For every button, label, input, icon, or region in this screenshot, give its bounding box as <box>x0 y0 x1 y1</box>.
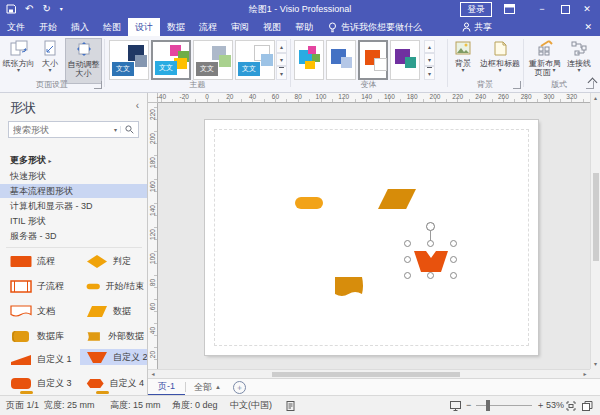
variant-scroll-down-icon[interactable]: ▾ <box>424 53 435 66</box>
more-shapes-item[interactable]: 更多形状 ▸ <box>0 153 148 167</box>
selected-custom-shape[interactable] <box>414 250 448 272</box>
gallery-scroll-up-icon[interactable]: ▴ <box>276 40 287 53</box>
theme-thumbnail-2-selected[interactable]: 文文 <box>151 40 191 80</box>
search-dropdown-icon[interactable]: ▾ <box>111 126 121 133</box>
minimize-button[interactable]: − <box>532 0 552 18</box>
scrollbar-thumb[interactable] <box>593 173 599 261</box>
add-page-button[interactable]: ＋ <box>233 381 246 394</box>
document-shape[interactable] <box>335 277 364 298</box>
stencil-basic-flowchart[interactable]: 基本流程图形状 <box>0 184 148 198</box>
dialog-launcher-icon[interactable] <box>94 81 102 89</box>
clipped-shape[interactable] <box>20 391 33 394</box>
shape-document[interactable]: 文档 <box>10 303 72 319</box>
shape-start-end[interactable]: 开始/结束 <box>86 278 144 294</box>
status-angle[interactable]: 角度: 0 deg <box>172 396 218 415</box>
tab-process[interactable]: 流程 <box>192 18 224 36</box>
shape-custom-1[interactable]: 自定义 1 <box>10 351 72 367</box>
status-width[interactable]: 宽度: 25 mm <box>44 396 95 415</box>
fit-page-button[interactable] <box>566 401 576 411</box>
rotation-handle[interactable] <box>426 222 435 231</box>
selection-handle[interactable] <box>450 240 457 247</box>
scroll-down-icon[interactable]: ▾ <box>591 359 600 369</box>
maximize-button[interactable] <box>561 5 570 14</box>
theme-thumbnail-3[interactable]: 文文 <box>193 40 233 80</box>
zoom-slider-thumb[interactable] <box>486 400 490 411</box>
status-height[interactable]: 高度: 15 mm <box>110 396 161 415</box>
selection-handle[interactable] <box>427 240 434 247</box>
switch-windows-button[interactable] <box>582 401 593 411</box>
drawing-surface[interactable] <box>158 103 590 369</box>
shape-custom-2-selected[interactable]: 自定义 2 <box>80 349 148 365</box>
search-icon[interactable] <box>121 125 138 134</box>
border-title-button[interactable]: 边框和标题 ▾ <box>478 38 522 84</box>
macro-icon[interactable] <box>286 401 295 411</box>
tell-me-box[interactable]: 告诉我你想要做什么 <box>320 18 430 36</box>
scroll-up-icon[interactable]: ▴ <box>591 93 600 103</box>
zoom-slider[interactable] <box>476 405 532 406</box>
variant-thumbnail-3-selected[interactable] <box>358 40 388 80</box>
gallery-more-icon[interactable]: ▾ <box>276 66 287 80</box>
shape-database[interactable]: 数据库 <box>10 328 72 344</box>
horizontal-scrollbar[interactable]: ◂ ▸ <box>148 369 590 378</box>
scroll-right-icon[interactable]: ▸ <box>580 370 590 378</box>
page[interactable] <box>205 120 538 355</box>
background-button[interactable]: 背景 ▾ <box>450 38 476 84</box>
stencil-computers-3d[interactable]: 计算机和显示器 - 3D <box>0 199 148 213</box>
presentation-mode-icon[interactable] <box>450 401 461 411</box>
vertical-scrollbar[interactable]: ▴ ▾ <box>590 93 600 369</box>
connectors-button[interactable]: 连接线 ▾ <box>566 38 592 84</box>
stencil-itil[interactable]: ITIL 形状 <box>0 214 148 228</box>
variant-scroll-up-icon[interactable]: ▴ <box>424 40 435 53</box>
shape-custom-4[interactable]: 自定义 4 <box>86 375 144 391</box>
relayout-page-button[interactable]: 重新布局 页面▾ <box>526 38 564 84</box>
tab-draw[interactable]: 绘图 <box>96 18 128 36</box>
ribbon-display-options-icon[interactable] <box>504 4 515 14</box>
selection-handle[interactable] <box>450 272 457 279</box>
size-button[interactable]: 大小 ▾ <box>37 38 63 84</box>
theme-thumbnail-1[interactable]: 文文 <box>109 40 149 80</box>
zoom-percent[interactable]: 53% <box>546 396 564 415</box>
tab-insert[interactable]: 插入 <box>64 18 96 36</box>
status-page-number[interactable]: 页面 1/1 <box>6 396 39 415</box>
shape-custom-3[interactable]: 自定义 3 <box>10 375 72 391</box>
stencil-quick-shapes[interactable]: 快速形状 <box>0 169 148 183</box>
scrollbar-thumb[interactable] <box>272 372 460 377</box>
shape-subprocess[interactable]: 子流程 <box>10 278 72 294</box>
variant-thumbnail-4[interactable] <box>390 40 420 80</box>
shape-decision[interactable]: 判定 <box>86 253 144 269</box>
tab-help[interactable]: 帮助 <box>288 18 320 36</box>
clipped-shape[interactable] <box>96 391 109 394</box>
selection-handle[interactable] <box>404 256 411 263</box>
share-button[interactable]: 共享 <box>462 18 492 36</box>
sign-in-button[interactable]: 登录 <box>460 2 492 17</box>
selection-handle[interactable] <box>404 272 411 279</box>
variant-more-icon[interactable]: ▾ <box>424 66 435 80</box>
shape-process[interactable]: 流程 <box>10 253 72 269</box>
page-tab-1[interactable]: 页-1 <box>148 378 185 396</box>
selection-handle[interactable] <box>404 240 411 247</box>
status-language[interactable]: 中文(中国) <box>230 396 272 415</box>
shape-data[interactable]: 数据 <box>86 303 144 319</box>
tab-data[interactable]: 数据 <box>160 18 192 36</box>
tab-view[interactable]: 视图 <box>256 18 288 36</box>
selection-handle[interactable] <box>450 256 457 263</box>
selection-handle[interactable] <box>427 272 434 279</box>
orientation-button[interactable]: 纸张方向 ▾ <box>2 38 35 84</box>
tab-review[interactable]: 审阅 <box>224 18 256 36</box>
start-end-shape[interactable] <box>295 197 323 209</box>
dialog-launcher-icon[interactable] <box>513 81 521 89</box>
scroll-left-icon[interactable]: ◂ <box>148 370 158 378</box>
close-window-icon[interactable]: ✕ <box>584 18 592 36</box>
zoom-in-button[interactable]: ＋ <box>536 396 545 415</box>
variant-thumbnail-1[interactable] <box>294 40 324 80</box>
shape-external-data[interactable]: 外部数据 <box>86 328 144 344</box>
autosize-button[interactable]: 自动调整 大小 <box>65 38 102 84</box>
close-button[interactable]: ✕ <box>577 0 597 18</box>
variant-thumbnail-2[interactable] <box>326 40 356 80</box>
zoom-out-button[interactable]: − <box>466 396 471 415</box>
tab-design[interactable]: 设计 <box>128 18 160 36</box>
all-pages-button[interactable]: 全部 ▲ <box>186 381 229 394</box>
collapse-panel-icon[interactable]: ‹ <box>136 100 139 111</box>
tab-home[interactable]: 开始 <box>32 18 64 36</box>
search-input[interactable] <box>9 125 111 135</box>
